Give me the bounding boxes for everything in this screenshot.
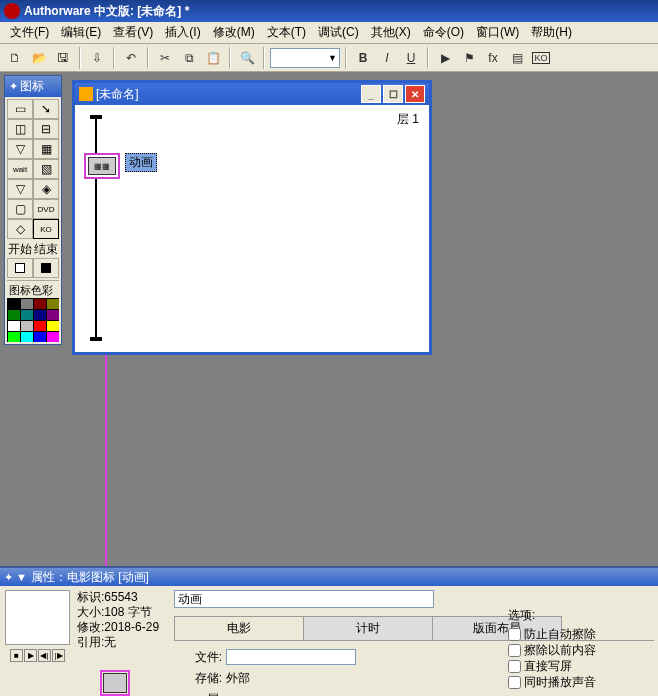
toolbar-sep6 [345, 47, 347, 69]
start-flag[interactable] [7, 258, 33, 278]
interaction-icon[interactable]: ▧ [33, 159, 59, 179]
color-swatch-13[interactable] [20, 331, 33, 342]
color-swatch-5[interactable] [20, 309, 33, 320]
app-titlebar: Authorware 中文版: [未命名] * [0, 0, 658, 22]
toolbar-sep4 [229, 47, 231, 69]
color-swatch-0[interactable] [7, 298, 20, 309]
underline-button[interactable]: U [400, 47, 422, 69]
play-button[interactable]: ▶ [24, 649, 37, 662]
property-title: ✦ ▼ 属性：电影图标 [动画] [0, 568, 658, 586]
play-icon[interactable]: ▶ [434, 47, 456, 69]
start-flag-label: 开始 [7, 241, 33, 258]
flowline-end-handle[interactable] [90, 337, 102, 341]
movie-icon-node[interactable]: ▦▦ [84, 153, 120, 179]
control-panel-icon[interactable]: ⚑ [458, 47, 480, 69]
window-icon [79, 87, 93, 101]
menu-help[interactable]: 帮助(H) [525, 22, 578, 43]
import-icon[interactable]: ⇩ [86, 47, 108, 69]
step-fwd-button[interactable]: |▶ [52, 649, 65, 662]
decision-icon[interactable]: wait [7, 159, 33, 179]
tab-timing[interactable]: 计时 [303, 616, 433, 640]
tab-movie[interactable]: 电影 [174, 616, 304, 640]
color-swatch-9[interactable] [20, 320, 33, 331]
map-icon[interactable]: ◈ [33, 179, 59, 199]
toolbar-sep7 [427, 47, 429, 69]
copy-icon[interactable]: ⧉ [178, 47, 200, 69]
app-icon [4, 3, 20, 19]
new-file-icon[interactable]: 🗋 [4, 47, 26, 69]
menubar: 文件(F) 编辑(E) 查看(V) 插入(I) 修改(M) 文本(T) 调试(C… [0, 22, 658, 44]
step-back-button[interactable]: ◀| [38, 649, 51, 662]
menu-window[interactable]: 窗口(W) [470, 22, 525, 43]
menu-debug[interactable]: 调试(C) [312, 22, 365, 43]
movie-icon-label[interactable]: 动画 [125, 153, 157, 172]
color-swatch-7[interactable] [46, 309, 59, 320]
color-swatch-3[interactable] [46, 298, 59, 309]
save-all-icon[interactable]: 🖫 [52, 47, 74, 69]
color-swatch-1[interactable] [20, 298, 33, 309]
menu-other[interactable]: 其他(X) [365, 22, 417, 43]
ko-icon[interactable]: KO [530, 47, 552, 69]
tool-palette-title: ✦ 图标 [5, 76, 61, 97]
framework-icon[interactable]: ▦ [33, 139, 59, 159]
property-icon-thumbnail[interactable] [100, 670, 130, 696]
flowline-window-titlebar[interactable]: [未命名] _ ☐ ✕ [75, 83, 429, 105]
color-grid [7, 298, 61, 342]
color-swatch-8[interactable] [7, 320, 20, 331]
app-title-text: Authorware 中文版: [未命名] * [24, 3, 189, 20]
open-file-icon[interactable]: 📂 [28, 47, 50, 69]
cut-icon[interactable]: ✂ [154, 47, 176, 69]
undo-icon[interactable]: ↶ [120, 47, 142, 69]
menu-edit[interactable]: 编辑(E) [55, 22, 107, 43]
end-flag[interactable] [33, 258, 59, 278]
display-icon[interactable]: ▭ [7, 99, 33, 119]
color-swatch-10[interactable] [33, 320, 46, 331]
find-icon[interactable]: 🔍 [236, 47, 258, 69]
minimize-button[interactable]: _ [361, 85, 381, 103]
opt-direct-screen[interactable] [508, 660, 521, 673]
layer-field-label: 层: [176, 691, 226, 697]
color-swatch-4[interactable] [7, 309, 20, 320]
file-input[interactable] [226, 649, 356, 665]
menu-file[interactable]: 文件(F) [4, 22, 55, 43]
file-label: 文件: [176, 649, 226, 666]
video-icon[interactable]: ◇ [7, 219, 33, 239]
paste-icon[interactable]: 📋 [202, 47, 224, 69]
stop-button[interactable]: ■ [10, 649, 23, 662]
functions-icon[interactable]: fx [482, 47, 504, 69]
opt-play-sound[interactable] [508, 676, 521, 689]
opt-erase-previous[interactable] [508, 644, 521, 657]
toolbar-sep2 [113, 47, 115, 69]
erase-icon[interactable]: ◫ [7, 119, 33, 139]
icon-name-input[interactable] [174, 590, 434, 608]
end-flag-label: 结束 [33, 241, 59, 258]
ko-tool-icon[interactable]: KO [33, 219, 59, 239]
digital-movie-icon[interactable]: ▢ [7, 199, 33, 219]
movie-icon-glyph: ▦▦ [88, 157, 116, 175]
color-swatch-12[interactable] [7, 331, 20, 342]
menu-text[interactable]: 文本(T) [261, 22, 312, 43]
color-swatch-15[interactable] [46, 331, 59, 342]
menu-view[interactable]: 查看(V) [107, 22, 159, 43]
bold-button[interactable]: B [352, 47, 374, 69]
calculation-icon[interactable]: ▽ [7, 179, 33, 199]
wait-icon[interactable]: ⊟ [33, 119, 59, 139]
menu-insert[interactable]: 插入(I) [159, 22, 206, 43]
italic-button[interactable]: I [376, 47, 398, 69]
motion-icon[interactable]: ➘ [33, 99, 59, 119]
color-swatch-6[interactable] [33, 309, 46, 320]
color-swatch-11[interactable] [46, 320, 59, 331]
style-combo[interactable]: ▼ [270, 48, 340, 68]
menu-command[interactable]: 命令(O) [417, 22, 470, 43]
close-button[interactable]: ✕ [405, 85, 425, 103]
maximize-button[interactable]: ☐ [383, 85, 403, 103]
window-title: [未命名] [96, 86, 139, 103]
navigate-icon[interactable]: ▽ [7, 139, 33, 159]
variables-icon[interactable]: ▤ [506, 47, 528, 69]
sound-icon[interactable]: DVD [33, 199, 59, 219]
menu-modify[interactable]: 修改(M) [207, 22, 261, 43]
preview-box [5, 590, 70, 645]
color-swatch-14[interactable] [33, 331, 46, 342]
opt-prevent-erase[interactable] [508, 628, 521, 641]
color-swatch-2[interactable] [33, 298, 46, 309]
